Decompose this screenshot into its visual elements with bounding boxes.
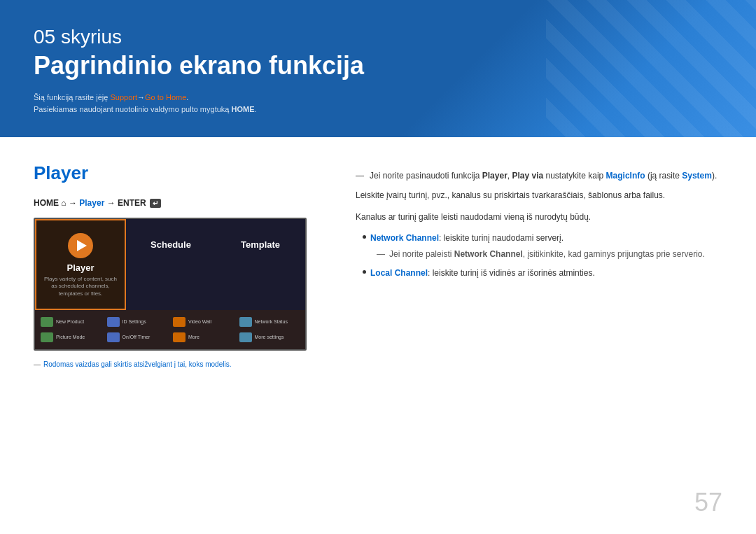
chapter-number: 05 skyrius xyxy=(34,25,722,49)
left-column: Player HOME ⌂ → Player → ENTER ↵ Player … xyxy=(34,162,328,368)
nav-path: HOME ⌂ → Player → ENTER ↵ xyxy=(34,198,328,208)
id-settings-icon xyxy=(107,317,120,327)
page-number: 57 xyxy=(694,488,722,517)
tv-bottom-network-status-label: Network Status xyxy=(255,319,288,325)
bullet1-content: Network Channel: leiskite turinį naudoda… xyxy=(370,231,564,245)
tv-bottom-network-status[interactable]: Network Status xyxy=(237,314,303,330)
tv-screen: Player Plays variety of content, such as… xyxy=(34,218,307,351)
footnote-dash: — xyxy=(34,360,41,368)
tv-schedule-label: Schedule xyxy=(150,239,191,250)
right-column: — Jei norite pasinaudoti funkcija Player… xyxy=(356,162,722,368)
bullet-dot-2 xyxy=(363,270,366,274)
more-icon xyxy=(173,332,186,342)
bullet-network-channel: Network Channel: leiskite turinį naudoda… xyxy=(363,231,722,245)
tv-menu-schedule[interactable]: Schedule xyxy=(126,219,216,310)
player-icon xyxy=(68,233,93,258)
header-info-line1: Šią funkciją rasite įėję Support→Go to H… xyxy=(34,92,722,104)
nav-player: Player xyxy=(79,198,104,208)
onoff-timer-icon xyxy=(107,332,120,342)
content-area: Player HOME ⌂ → Player → ENTER ↵ Player … xyxy=(0,137,756,393)
tv-player-label: Player xyxy=(66,262,94,273)
tv-bottom-bar: New Product ID Settings Video Wall Netwo… xyxy=(35,310,305,349)
footnote-text: Rodomas vaizdas gali skirtis atsižvelgia… xyxy=(43,360,231,368)
chapter-title: Pagrindinio ekrano funkcija xyxy=(34,50,722,80)
tv-bottom-picture-mode-label: Picture Mode xyxy=(56,335,85,340)
bullet-list: Network Channel: leiskite turinį naudoda… xyxy=(363,231,722,280)
tv-bottom-onoff-timer-label: On/Off Timer xyxy=(122,335,150,340)
tv-bottom-id-settings-label: ID Settings xyxy=(122,319,146,325)
bullet-dot-1 xyxy=(363,235,366,239)
tv-bottom-more-settings[interactable]: More settings xyxy=(237,330,303,345)
sub-dash-item: — Jei norite paleisti Network Channel, į… xyxy=(377,248,722,261)
nav-enter-icon: ↵ xyxy=(150,199,161,208)
system-link: System xyxy=(682,171,712,181)
support-link[interactable]: Support xyxy=(110,93,137,101)
footnote: — Rodomas vaizdas gali skirtis atsižvelg… xyxy=(34,360,328,368)
intro-dash-item: — Jei norite pasinaudoti funkcija Player… xyxy=(356,169,722,183)
tv-bottom-picture-mode[interactable]: Picture Mode xyxy=(38,330,104,345)
intro-text: Jei norite pasinaudoti funkcija Player, … xyxy=(370,169,717,183)
tv-template-label: Template xyxy=(241,239,280,250)
tv-menu-bar: Player Plays variety of content, such as… xyxy=(35,219,305,310)
section-title: Player xyxy=(34,162,328,184)
go-to-home-link[interactable]: Go to Home xyxy=(145,93,186,101)
network-status-icon xyxy=(239,317,252,327)
more-settings-icon xyxy=(239,332,252,342)
local-channel-label: Local Channel xyxy=(370,268,428,278)
magicinfo-link: MagicInfo xyxy=(606,171,645,181)
tv-bottom-onoff-timer[interactable]: On/Off Timer xyxy=(104,330,171,345)
video-wall-icon xyxy=(173,317,186,327)
sub-dash-sym: — xyxy=(377,248,385,261)
bullet2-content: Local Channel: leiskite turinį iš vidinė… xyxy=(370,266,595,280)
new-product-icon xyxy=(41,317,53,327)
tv-bottom-more[interactable]: More xyxy=(170,330,237,345)
tv-player-desc: Plays variety of content, such as schedu… xyxy=(43,276,118,297)
picture-mode-icon xyxy=(41,332,53,342)
line1-text: Leiskite įvairų turinį, pvz., kanalus su… xyxy=(356,188,722,202)
tv-bottom-new-product-label: New Product xyxy=(56,319,84,325)
line2-text: Kanalus ar turinį galite leisti naudodam… xyxy=(356,210,722,224)
tv-bottom-new-product[interactable]: New Product xyxy=(38,314,104,330)
network-channel-label: Network Channel xyxy=(370,233,439,243)
header-banner: 05 skyrius Pagrindinio ekrano funkcija Š… xyxy=(0,0,756,137)
tv-menu-template[interactable]: Template xyxy=(216,219,305,310)
tv-bottom-more-settings-label: More settings xyxy=(255,335,284,340)
bullet-local-channel: Local Channel: leiskite turinį iš vidinė… xyxy=(363,266,722,280)
tv-bottom-video-wall[interactable]: Video Wall xyxy=(170,314,237,330)
play-triangle-icon xyxy=(77,240,87,251)
sub-dash-content: Jei norite paleisti Network Channel, įsi… xyxy=(389,248,705,261)
tv-bottom-video-wall-label: Video Wall xyxy=(188,319,211,325)
header-info-line2: Pasiekiamas naudojant nuotolinio valdymo… xyxy=(34,104,722,116)
tv-bottom-more-label: More xyxy=(188,335,200,340)
tv-bottom-id-settings[interactable]: ID Settings xyxy=(104,314,171,330)
tv-menu-player[interactable]: Player Plays variety of content, such as… xyxy=(35,219,126,310)
dash-symbol: — xyxy=(356,169,364,183)
